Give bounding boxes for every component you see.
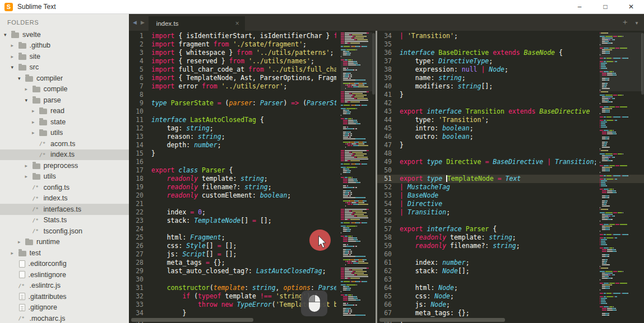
title-bar[interactable]: S Sublime Text – □ ✕ <box>0 0 644 14</box>
code-line-16[interactable]: 16 <box>129 158 376 166</box>
minimap-viewport-right <box>600 32 642 91</box>
code-line-10[interactable]: 10 <box>129 107 376 116</box>
code-line-5[interactable]: 5import full_char_code_at from '../utils… <box>129 65 376 74</box>
code-line-30[interactable]: 30 <box>129 275 376 284</box>
code-line-21[interactable]: 21 <box>129 200 376 208</box>
line-number: 20 <box>129 191 149 200</box>
tab-overflow-icon[interactable]: ▼ <box>634 21 639 26</box>
prev-tab-icon[interactable]: ◀ <box>133 20 137 25</box>
tree-folder-compile[interactable]: ▸compile <box>0 84 129 95</box>
tree-file-.gitignore[interactable]: .gitignore <box>0 302 129 313</box>
tree-file-index.ts[interactable]: /*index.ts <box>0 193 129 204</box>
tree-folder-read[interactable]: ▸read <box>0 106 129 117</box>
tree-file-.mocharc.js[interactable]: /*.mocharc.js <box>0 313 129 323</box>
tree-folder-utils[interactable]: ▸utils <box>0 128 129 139</box>
folder-expand-icon[interactable]: ▸ <box>32 108 39 114</box>
code-line-24[interactable]: 24 <box>129 225 376 233</box>
code-line-8[interactable]: 8 <box>129 91 376 99</box>
tree-file-.eslintrc.js[interactable]: /*.eslintrc.js <box>0 280 129 292</box>
code-line-17[interactable]: 17export class Parser { <box>129 166 376 175</box>
code-line-18[interactable]: 18 readonly template: string; <box>129 175 376 183</box>
tree-folder-svelte[interactable]: ▾svelte <box>0 29 129 40</box>
tree-file-.gitattributes[interactable]: .gitattributes <box>0 291 129 302</box>
minimize-button[interactable]: – <box>567 0 592 13</box>
code-line-6[interactable]: 6import { TemplateNode, Ast, ParserOptio… <box>129 74 376 82</box>
folder-expand-icon[interactable]: ▸ <box>18 239 25 245</box>
tree-folder-parse[interactable]: ▾parse <box>0 95 129 106</box>
code-line-26[interactable]: 26 css: Style[] = []; <box>129 242 376 250</box>
maximize-button[interactable]: □ <box>592 0 618 13</box>
code-line-29[interactable]: 29 last_auto_closed_tag?: LastAutoClosed… <box>129 267 376 275</box>
code-line-11[interactable]: 11interface LastAutoClosedTag { <box>129 116 376 124</box>
folder-collapse-icon[interactable]: ▾ <box>25 97 32 103</box>
minimap-left[interactable] <box>341 32 372 316</box>
folder-expand-icon[interactable]: ▸ <box>32 119 39 125</box>
tree-file-config.ts[interactable]: /*config.ts <box>0 182 129 193</box>
tree-file-tsconfig.json[interactable]: /*tsconfig.json <box>0 226 129 237</box>
code-line-34[interactable]: 34 } <box>129 309 376 317</box>
code-line-27[interactable]: 27 js: Script[] = []; <box>129 250 376 259</box>
code-line-4[interactable]: 4import { reserved } from '../utils/name… <box>129 57 376 65</box>
code-line-33[interactable]: 33 throw new TypeError('Template must be <box>129 301 376 309</box>
code-line-1[interactable]: 1import { isIdentifierStart, isIdentifie… <box>129 32 376 40</box>
code-line-9[interactable]: 9type ParserState = (parser: Parser) => … <box>129 99 376 107</box>
code-line-12[interactable]: 12 tag: string; <box>129 124 376 133</box>
tree-file-interfaces.ts[interactable]: /*interfaces.ts <box>0 204 129 215</box>
tree-folder-runtime[interactable]: ▸runtime <box>0 237 129 248</box>
tab-index-ts[interactable]: index.ts × <box>149 16 245 31</box>
code-line-32[interactable]: 32 if (typeof template !== 'string') { <box>129 292 376 301</box>
tree-folder-test[interactable]: ▸test <box>0 247 129 259</box>
code-line-25[interactable]: 25 html: Fragment; <box>129 233 376 242</box>
code-line-7[interactable]: 7import error from '../utils/error'; <box>129 82 376 91</box>
folder-expand-icon[interactable]: ▸ <box>25 163 32 168</box>
tree-file-.eslintignore[interactable]: .eslintignore <box>0 269 129 280</box>
code-line-22[interactable]: 22 index = 0; <box>129 208 376 217</box>
code-line-28[interactable]: 28 meta_tags = {}; <box>129 259 376 267</box>
tree-file-acorn.ts[interactable]: /*acorn.ts <box>0 138 129 149</box>
code-line-31[interactable]: 31 constructor(template: string, options… <box>129 284 376 292</box>
horizontal-scrollbar-right[interactable] <box>379 318 505 322</box>
folder-expand-icon[interactable]: ▸ <box>32 130 39 135</box>
folder-expand-icon[interactable]: ▸ <box>11 54 18 59</box>
tree-folder-site[interactable]: ▸site <box>0 51 129 62</box>
folder-expand-icon[interactable]: ▸ <box>25 86 32 92</box>
code-line-13[interactable]: 13 reason: string; <box>129 133 376 141</box>
new-tab-icon[interactable]: ＋ <box>621 17 629 27</box>
editor-pane-left[interactable]: 1import { isIdentifierStart, isIdentifie… <box>129 31 376 323</box>
folder-expand-icon[interactable]: ▸ <box>11 43 18 48</box>
horizontal-scrollbar-left[interactable] <box>131 318 253 322</box>
tab-close-icon[interactable]: × <box>235 20 239 27</box>
code-text: outro: boolean; <box>397 133 596 141</box>
folder-expand-icon[interactable]: ▸ <box>11 250 18 256</box>
folder-collapse-icon[interactable]: ▾ <box>11 64 18 70</box>
tree-folder-preprocess[interactable]: ▸preprocess <box>0 160 129 171</box>
code-text: | MustacheTag <box>397 183 596 191</box>
code-line-14[interactable]: 14 depth: number; <box>129 141 376 149</box>
folder-icon <box>18 43 26 49</box>
tree-folder-utils[interactable]: ▸utils <box>0 171 129 182</box>
tree-file-index.ts[interactable]: /*index.ts <box>0 149 129 161</box>
tree-file-Stats.ts[interactable]: /*Stats.ts <box>0 215 129 226</box>
tree-folder-compiler[interactable]: ▾compiler <box>0 73 129 84</box>
code-line-2[interactable]: 2import fragment from './state/fragment'… <box>129 40 376 49</box>
vertical-scrollbar-left[interactable] <box>372 33 375 95</box>
tree-file-.editorconfig[interactable]: .editorconfig <box>0 259 129 270</box>
tree-folder-.github[interactable]: ▸.github <box>0 40 129 52</box>
tree-item-label: tsconfig.json <box>44 227 82 235</box>
folder-expand-icon[interactable]: ▸ <box>25 174 32 179</box>
folder-collapse-icon[interactable]: ▾ <box>18 76 25 81</box>
code-line-19[interactable]: 19 readonly filename?: string; <box>129 183 376 191</box>
line-number: 31 <box>129 284 149 292</box>
code-text: readonly template: string; <box>149 175 336 183</box>
code-line-15[interactable]: 15} <box>129 149 376 158</box>
editor-pane-right[interactable]: 34| 'Transition';3536interface BaseDirec… <box>377 31 644 323</box>
code-line-23[interactable]: 23 stack: TemplateNode[] = []; <box>129 217 376 225</box>
code-line-3[interactable]: 3import { whitespace } from '../utils/pa… <box>129 49 376 57</box>
folder-collapse-icon[interactable]: ▾ <box>4 32 11 38</box>
code-line-20[interactable]: 20 readonly customElement: boolean; <box>129 191 376 200</box>
close-button[interactable]: ✕ <box>618 0 644 13</box>
tree-folder-state[interactable]: ▸state <box>0 116 129 128</box>
minimap-right[interactable] <box>600 32 642 316</box>
next-tab-icon[interactable]: ▶ <box>141 20 145 25</box>
tree-folder-src[interactable]: ▾src <box>0 62 129 73</box>
